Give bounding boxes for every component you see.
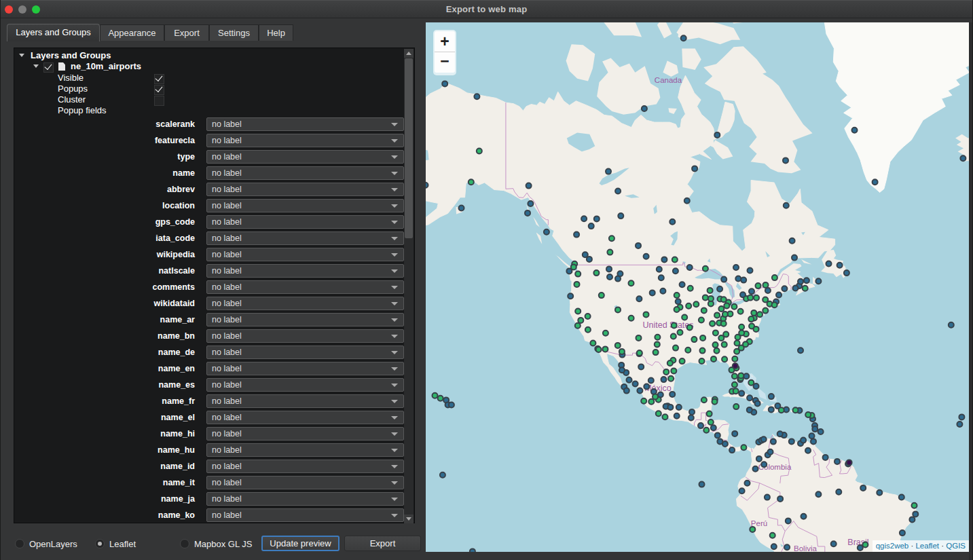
svg-text:United States: United States [642, 320, 693, 330]
svg-text:Canada: Canada [655, 76, 682, 84]
svg-text:Bolivia: Bolivia [794, 544, 817, 552]
